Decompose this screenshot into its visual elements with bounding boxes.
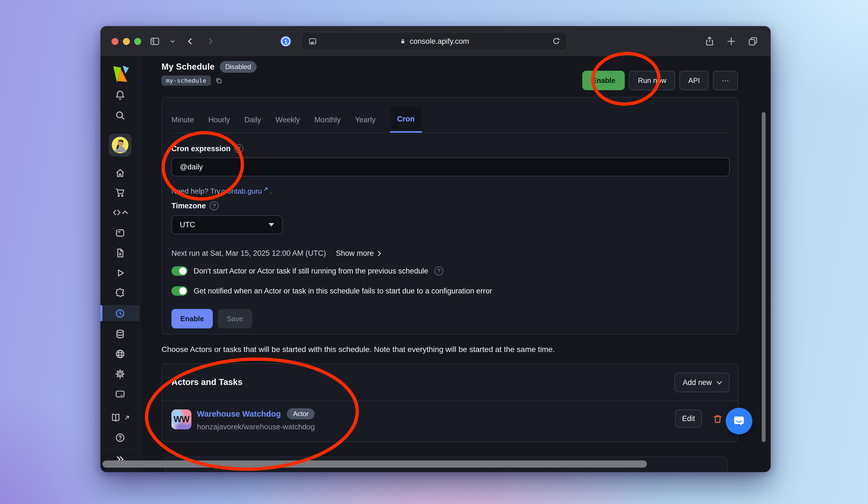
actor-avatar: WW xyxy=(172,409,192,429)
external-link-icon xyxy=(263,186,269,192)
timezone-label: Timezone xyxy=(172,202,206,210)
svg-text:1: 1 xyxy=(284,38,287,44)
runs-play-icon[interactable] xyxy=(101,267,140,278)
proxy-globe-icon[interactable] xyxy=(101,348,140,360)
select-caret-icon xyxy=(269,223,274,227)
actors-description: Choose Actors or tasks that will be star… xyxy=(162,345,555,354)
toggle-dont-start-if-running[interactable] xyxy=(172,266,187,276)
forward-button[interactable] xyxy=(205,36,215,46)
tab-yearly[interactable]: Yearly xyxy=(355,116,375,124)
tabs-divider xyxy=(172,133,728,133)
tab-monthly[interactable]: Monthly xyxy=(314,116,341,124)
add-new-button[interactable]: Add new xyxy=(674,373,730,392)
integrations-puzzle-icon[interactable] xyxy=(101,287,140,298)
main-content: My Schedule Disabled my-schedule Enable … xyxy=(140,56,771,472)
actor-type-badge: Actor xyxy=(287,408,314,419)
share-icon[interactable] xyxy=(704,36,715,47)
status-badge: Disabled xyxy=(220,61,257,73)
show-more-link[interactable]: Show more xyxy=(336,249,381,258)
edit-actor-button[interactable]: Edit xyxy=(675,409,702,428)
toggle-notify-label: Get notified when an Actor or task in th… xyxy=(194,287,492,296)
run-now-button[interactable]: Run now xyxy=(629,71,675,90)
cron-expression-label: Cron expression xyxy=(172,144,230,153)
timezone-select[interactable]: UTC xyxy=(172,215,282,234)
home-icon[interactable] xyxy=(101,167,140,179)
actors-and-tasks-card: Actors and Tasks Add new WW Warehouse Wa… xyxy=(162,363,738,442)
crontab-guru-link[interactable]: crontab.guru xyxy=(221,187,262,196)
next-run-text: Next run at Sat, Mar 15, 2025 12:00 AM (… xyxy=(172,249,326,258)
actor-handle: honzajavorek/warehouse-watchdog xyxy=(197,423,315,431)
timezone-help-icon[interactable]: ? xyxy=(210,202,219,210)
enable-button-header[interactable]: Enable xyxy=(582,71,625,90)
schedule-type-tabs: Minute Hourly Daily Weekly Monthly Yearl… xyxy=(172,107,422,133)
chat-widget-button[interactable] xyxy=(726,408,752,434)
documentation-book-icon[interactable] xyxy=(101,412,140,423)
reader-mode-icon[interactable] xyxy=(308,36,318,46)
crontab-help-period: . xyxy=(270,187,271,196)
tab-overview-icon[interactable] xyxy=(747,36,758,47)
apify-logo[interactable] xyxy=(101,64,140,84)
help-icon[interactable] xyxy=(101,432,140,443)
schedule-settings-card: Minute Hourly Daily Weekly Monthly Yearl… xyxy=(162,97,738,335)
actors-card-divider xyxy=(162,401,738,401)
horizontal-scrollbar[interactable] xyxy=(103,461,647,468)
schedules-clock-icon[interactable] xyxy=(101,308,140,319)
copy-icon[interactable] xyxy=(215,76,223,85)
browser-window: 1 console.apify.com xyxy=(101,26,771,472)
delete-actor-trash-icon[interactable] xyxy=(712,413,723,425)
password-manager-extension-icon[interactable]: 1 xyxy=(280,35,292,48)
api-button[interactable]: API xyxy=(679,71,709,90)
storage-database-icon[interactable] xyxy=(101,328,140,340)
chevron-down-icon xyxy=(716,379,722,384)
toggle-dont-start-label: Don't start Actor or Actor task if still… xyxy=(194,267,428,276)
toggle-notify-on-failure[interactable] xyxy=(172,286,187,296)
sidebar-toggle-icon[interactable] xyxy=(149,36,161,47)
settings-gear-icon[interactable] xyxy=(101,368,140,379)
actors-icon[interactable] xyxy=(101,227,140,238)
more-options-button[interactable]: ··· xyxy=(713,71,738,90)
tab-daily[interactable]: Daily xyxy=(245,116,261,124)
new-tab-icon[interactable] xyxy=(726,36,736,47)
external-link-icon xyxy=(124,415,130,421)
billing-card-icon[interactable] xyxy=(101,388,140,399)
notifications-bell-icon[interactable] xyxy=(101,89,140,100)
cron-expression-input[interactable] xyxy=(172,157,730,176)
saved-tasks-document-icon[interactable] xyxy=(101,247,140,258)
traffic-lights xyxy=(112,38,141,45)
sidebar-divider xyxy=(101,449,140,450)
crontab-help-text: Need help? Try xyxy=(172,187,220,196)
back-button[interactable] xyxy=(185,36,195,46)
user-avatar[interactable] xyxy=(101,134,140,156)
vertical-scrollbar[interactable] xyxy=(762,112,766,442)
page-title: My Schedule xyxy=(162,62,215,72)
toggle-help-icon[interactable]: ? xyxy=(434,267,443,276)
development-code-icon[interactable] xyxy=(101,207,140,218)
lock-icon xyxy=(399,38,406,45)
timezone-value: UTC xyxy=(180,220,195,229)
close-window-button[interactable] xyxy=(112,38,118,45)
address-bar[interactable]: console.apify.com xyxy=(301,32,567,51)
minimize-window-button[interactable] xyxy=(123,38,130,45)
url-text[interactable]: console.apify.com xyxy=(410,37,469,46)
app-sidebar xyxy=(101,56,140,472)
actors-card-title: Actors and Tasks xyxy=(172,377,242,387)
tab-minute[interactable]: Minute xyxy=(172,116,194,124)
schedule-id-chip: my-schedule xyxy=(162,75,211,86)
tab-weekly[interactable]: Weekly xyxy=(276,116,300,124)
actor-name-link[interactable]: Warehouse Watchdog xyxy=(197,409,281,419)
chevron-right-icon xyxy=(375,251,381,256)
chevron-down-icon[interactable] xyxy=(169,38,176,45)
enable-button-form[interactable]: Enable xyxy=(172,309,213,328)
tab-cron-active[interactable]: Cron xyxy=(390,107,422,133)
zoom-window-button[interactable] xyxy=(134,38,141,45)
save-button[interactable]: Save xyxy=(218,309,252,328)
browser-titlebar: 1 console.apify.com xyxy=(101,26,771,56)
search-icon[interactable] xyxy=(101,110,140,121)
store-cart-icon[interactable] xyxy=(101,187,140,198)
cron-help-icon[interactable]: ? xyxy=(235,144,243,153)
tab-hourly[interactable]: Hourly xyxy=(208,116,230,124)
reload-icon[interactable] xyxy=(551,37,561,46)
